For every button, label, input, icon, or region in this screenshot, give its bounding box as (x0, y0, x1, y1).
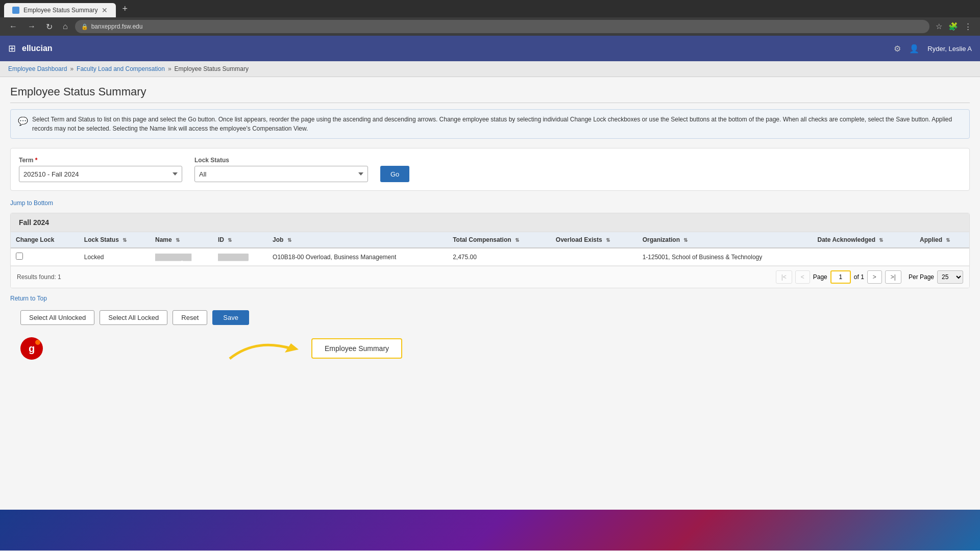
app-header-right: ⚙ 👤 Ryder, Leslie A (894, 44, 972, 54)
col-date-acknowledged[interactable]: Date Acknowledged ⇅ (813, 232, 915, 248)
cell-name: ██████ ██ (150, 248, 213, 266)
col-job[interactable]: Job ⇅ (267, 232, 448, 248)
bottom-buttons: Select All Unlocked Select All Locked Re… (20, 310, 960, 325)
cell-id: ███████ (213, 248, 267, 266)
app-header-left: ⊞ ellucian (8, 43, 53, 54)
jump-to-bottom-link[interactable]: Jump to Bottom (10, 199, 53, 207)
new-tab-button[interactable]: + (118, 2, 132, 16)
address-bar[interactable]: 🔒 banxepprd.fsw.edu (75, 20, 929, 33)
toolbar-actions: ☆ 🧩 ⋮ (934, 20, 974, 33)
sort-icon-overload: ⇅ (606, 237, 610, 243)
nav-forward-button[interactable]: → (24, 20, 39, 33)
page-first-button[interactable]: |< (776, 270, 792, 284)
select-all-locked-button[interactable]: Select All Locked (100, 310, 167, 325)
sort-icon-date: ⇅ (879, 237, 883, 243)
breadcrumb-current: Employee Status Summary (175, 65, 249, 72)
app-header: ⊞ ellucian ⚙ 👤 Ryder, Leslie A (0, 36, 980, 61)
g9-logo: g (20, 337, 43, 360)
results-table: Change Lock Lock Status ⇅ Name ⇅ ID ⇅ (11, 232, 969, 266)
per-page-select[interactable]: 10 25 50 100 (937, 270, 963, 284)
sort-icon-name: ⇅ (176, 237, 180, 243)
return-to-top-link[interactable]: Return to Top (10, 295, 47, 302)
info-text: Select Term and Status to list on this p… (32, 115, 962, 133)
cell-total-compensation: 2,475.00 (448, 248, 551, 266)
col-organization[interactable]: Organization ⇅ (638, 232, 813, 248)
results-count: Results found: 1 (17, 273, 61, 281)
breadcrumb-bar: Employee Dashboard » Faculty Load and Co… (0, 61, 980, 77)
form-row: Term * 202510 - Fall 2024 202420 - Summe… (19, 157, 961, 182)
cell-overload-exists (551, 248, 638, 266)
select-all-unlocked-button[interactable]: Select All Unlocked (20, 310, 94, 325)
active-tab[interactable]: Employee Status Summary ✕ (4, 3, 116, 17)
menu-button[interactable]: ⋮ (962, 20, 974, 33)
tab-favicon (12, 7, 19, 14)
info-icon: 💬 (18, 115, 28, 128)
page-last-button[interactable]: >| (885, 270, 901, 284)
employee-summary-button[interactable]: Employee Summary (311, 338, 402, 359)
page-prev-button[interactable]: < (795, 270, 810, 284)
col-id[interactable]: ID ⇅ (213, 232, 267, 248)
go-button[interactable]: Go (380, 166, 409, 182)
reset-button[interactable]: Reset (173, 310, 207, 325)
browser-toolbar: ← → ↻ ⌂ 🔒 banxepprd.fsw.edu ☆ 🧩 ⋮ (0, 17, 980, 36)
arrow-annotation-svg (225, 333, 306, 364)
term-select[interactable]: 202510 - Fall 2024 202420 - Summer 2024 … (19, 166, 182, 182)
page-title: Employee Status Summary (10, 85, 970, 103)
bottom-area: Select All Unlocked Select All Locked Re… (10, 310, 970, 364)
sort-icon-id: ⇅ (228, 237, 232, 243)
breadcrumb-faculty-load[interactable]: Faculty Load and Compensation (77, 65, 165, 72)
page-next-button[interactable]: > (867, 270, 882, 284)
lock-status-form-group: Lock Status All Locked Unlocked (194, 157, 368, 182)
browser-chrome: Employee Status Summary ✕ + ← → ↻ ⌂ 🔒 ba… (0, 0, 980, 36)
arrow-annotation-container (225, 333, 306, 364)
nav-back-button[interactable]: ← (6, 20, 20, 33)
results-table-section: Fall 2024 Change Lock Lock Status ⇅ Name… (10, 213, 970, 288)
app-logo: ellucian (22, 44, 53, 53)
nav-refresh-button[interactable]: ↻ (43, 20, 56, 34)
grid-menu-icon[interactable]: ⊞ (8, 43, 16, 54)
nav-home-button[interactable]: ⌂ (60, 20, 71, 33)
col-applied[interactable]: Applied ⇅ (915, 232, 969, 248)
page-number-input[interactable] (830, 270, 851, 284)
tab-bar: Employee Status Summary ✕ + (0, 0, 980, 17)
change-lock-checkbox[interactable] (16, 253, 23, 260)
info-box: 💬 Select Term and Status to list on this… (10, 109, 970, 139)
term-form-group: Term * 202510 - Fall 2024 202420 - Summe… (19, 157, 182, 182)
col-change-lock[interactable]: Change Lock (11, 232, 79, 248)
bookmark-button[interactable]: ☆ (934, 20, 944, 33)
season-header: Fall 2024 (11, 213, 969, 232)
pagination-controls: |< < Page of 1 > >| Per Page 10 25 50 10… (776, 270, 963, 284)
breadcrumb-employee-dashboard[interactable]: Employee Dashboard (8, 65, 67, 72)
tab-title: Employee Status Summary (23, 7, 97, 14)
col-lock-status[interactable]: Lock Status ⇅ (79, 232, 150, 248)
settings-icon[interactable]: ⚙ (894, 44, 901, 54)
sort-icon-compensation: ⇅ (515, 237, 519, 243)
breadcrumb-sep-2: » (168, 65, 172, 72)
term-label: Term * (19, 157, 182, 164)
per-page-label: Per Page (909, 273, 934, 281)
bottom-left: Select All Unlocked Select All Locked Re… (20, 310, 960, 364)
cell-applied (915, 248, 969, 266)
col-name[interactable]: Name ⇅ (150, 232, 213, 248)
col-overload-exists[interactable]: Overload Exists ⇅ (551, 232, 638, 248)
table-row: Locked ██████ ██ ███████ O10B18-00 Overl… (11, 248, 969, 266)
col-total-compensation[interactable]: Total Compensation ⇅ (448, 232, 551, 248)
page-of-text: of 1 (854, 273, 864, 281)
cell-date-acknowledged (813, 248, 915, 266)
cell-job: O10B18-00 Overload, Business Management (267, 248, 448, 266)
table-header-row: Change Lock Lock Status ⇅ Name ⇅ ID ⇅ (11, 232, 969, 248)
extensions-button[interactable]: 🧩 (946, 20, 960, 33)
breadcrumb-sep-1: » (70, 65, 74, 72)
cell-lock-status: Locked (79, 248, 150, 266)
cell-change-lock (11, 248, 79, 266)
breadcrumb: Employee Dashboard » Faculty Load and Co… (8, 65, 972, 72)
sort-icon-job: ⇅ (287, 237, 291, 243)
tab-close-button[interactable]: ✕ (102, 6, 108, 14)
g9-logo-dot (35, 340, 40, 345)
lock-status-select[interactable]: All Locked Unlocked (194, 166, 368, 182)
cell-organization: 1-125001, School of Business & Technolog… (638, 248, 813, 266)
save-button[interactable]: Save (212, 310, 249, 325)
username-display: Ryder, Leslie A (927, 45, 972, 53)
user-icon[interactable]: 👤 (909, 44, 919, 54)
annotation-row: g Employee Summary (20, 333, 960, 364)
